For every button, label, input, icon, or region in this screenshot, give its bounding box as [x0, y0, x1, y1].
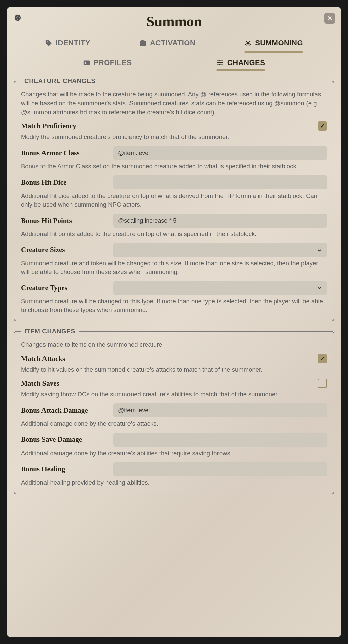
tab-activation[interactable]: ACTIVATION: [139, 39, 195, 52]
palette-icon: [13, 13, 22, 22]
sliders-icon: [216, 59, 224, 67]
field-label: Bonus Hit Dice: [21, 178, 108, 187]
field-hint: Modify to hit values on the summoned cre…: [21, 365, 327, 374]
item-changes-group: ITEM CHANGES Changes made to items on th…: [14, 328, 334, 494]
tab-label: PROFILES: [94, 58, 132, 67]
svg-rect-10: [87, 62, 89, 62]
field-bonus-healing: Bonus Healing Additional healing provide…: [21, 462, 327, 487]
window-header: ✕ Summon: [7, 7, 341, 33]
field-hint: Additional healing provided by healing a…: [21, 478, 327, 487]
group-legend: CREATURE CHANGES: [21, 77, 99, 85]
bonus-healing-input[interactable]: [113, 462, 327, 476]
field-label: Bonus Armor Class: [21, 149, 108, 157]
tab-identity[interactable]: IDENTITY: [45, 39, 90, 52]
match-saves-checkbox[interactable]: [318, 379, 327, 388]
field-hint: Modify the summoned creature's proficien…: [21, 133, 327, 141]
field-label: Bonus Attack Damage: [21, 406, 108, 415]
tag-icon: [45, 39, 52, 47]
match-proficiency-checkbox[interactable]: [318, 121, 327, 131]
svg-point-0: [15, 15, 21, 21]
field-bonus-hp: Bonus Hit Points Additional hit points a…: [21, 214, 327, 238]
field-hint: Additional damage done by the creature's…: [21, 419, 327, 428]
bonus-hp-input[interactable]: [113, 214, 327, 228]
svg-point-6: [246, 41, 247, 43]
field-label: Bonus Save Damage: [21, 435, 108, 444]
svg-point-12: [218, 60, 220, 62]
bonus-attack-dmg-input[interactable]: [113, 403, 327, 417]
tab-label: ACTIVATION: [150, 39, 195, 47]
field-hint: Additional hit dice added to the creatur…: [21, 191, 327, 209]
field-match-attacks: Match Attacks Modify to hit values on th…: [21, 354, 327, 374]
tab-changes[interactable]: CHANGES: [216, 58, 265, 70]
field-bonus-attack-dmg: Bonus Attack Damage Additional damage do…: [21, 403, 327, 428]
tab-label: SUMMONING: [255, 39, 303, 47]
field-label: Match Proficiency: [21, 122, 108, 130]
group-legend: ITEM CHANGES: [21, 328, 79, 335]
svg-rect-11: [87, 63, 89, 63]
creature-changes-group: CREATURE CHANGES Changes that will be ma…: [14, 77, 334, 321]
svg-point-2: [16, 17, 16, 18]
field-label: Creature Types: [21, 284, 108, 292]
field-label: Match Saves: [21, 379, 108, 388]
tabs-primary: IDENTITY ACTIVATION SUMMONING: [7, 33, 341, 52]
bonus-save-dmg-input[interactable]: [113, 433, 327, 447]
svg-point-4: [17, 19, 18, 19]
field-hint: Bonus to the Armor Class set on the summ…: [21, 162, 327, 171]
field-bonus-save-dmg: Bonus Save Damage Additional damage done…: [21, 433, 327, 458]
field-creature-types: Creature Types Summoned creature will be…: [21, 281, 327, 314]
creature-sizes-select[interactable]: [113, 243, 327, 257]
field-hint: Summoned creature will be changed to thi…: [21, 297, 327, 314]
group-description: Changes made to items on the summoned cr…: [21, 340, 327, 349]
tabs-secondary: PROFILES CHANGES: [7, 52, 341, 73]
field-match-proficiency: Match Proficiency Modify the summoned cr…: [21, 121, 327, 141]
field-creature-sizes: Creature Sizes Summoned creature and tok…: [21, 243, 327, 276]
summon-window: ✕ Summon IDENTITY ACTIVATION SUMMONING P…: [7, 7, 341, 637]
clapboard-icon: [139, 39, 147, 47]
svg-point-14: [219, 64, 220, 66]
field-bonus-ac: Bonus Armor Class Bonus to the Armor Cla…: [21, 146, 327, 171]
svg-point-7: [249, 41, 251, 43]
field-match-saves: Match Saves Modify saving throw DCs on t…: [21, 379, 327, 399]
bonus-ac-input[interactable]: [113, 146, 327, 160]
tab-profiles[interactable]: PROFILES: [83, 58, 132, 70]
svg-point-3: [19, 17, 19, 18]
page-title: Summon: [14, 13, 334, 30]
svg-point-9: [85, 62, 86, 63]
field-label: Match Attacks: [21, 355, 108, 363]
match-attacks-checkbox[interactable]: [318, 354, 327, 363]
field-label: Creature Sizes: [21, 246, 108, 254]
close-icon: ✕: [327, 15, 332, 22]
field-label: Bonus Hit Points: [21, 217, 108, 225]
svg-point-13: [221, 62, 222, 63]
bonus-hd-input[interactable]: [113, 175, 327, 189]
field-hint: Additional damage done by the creature's…: [21, 449, 327, 458]
creature-types-select[interactable]: [113, 281, 327, 295]
field-label: Bonus Healing: [21, 465, 108, 473]
tab-label: CHANGES: [227, 58, 265, 67]
svg-point-1: [17, 16, 18, 16]
field-hint: Modify saving throw DCs on the summoned …: [21, 390, 327, 399]
tab-summoning[interactable]: SUMMONING: [244, 39, 303, 52]
tab-label: IDENTITY: [56, 39, 90, 47]
content-area: CREATURE CHANGES Changes that will be ma…: [7, 73, 341, 501]
id-card-icon: [83, 59, 90, 67]
field-bonus-hd: Bonus Hit Dice Additional hit dice added…: [21, 175, 327, 209]
field-hint: Additional hit points added to the creat…: [21, 230, 327, 238]
group-description: Changes that will be made to the creatur…: [21, 90, 327, 117]
pastafarian-icon: [244, 39, 252, 47]
close-button[interactable]: ✕: [324, 13, 335, 24]
field-hint: Summoned creature and token will be chan…: [21, 259, 327, 276]
